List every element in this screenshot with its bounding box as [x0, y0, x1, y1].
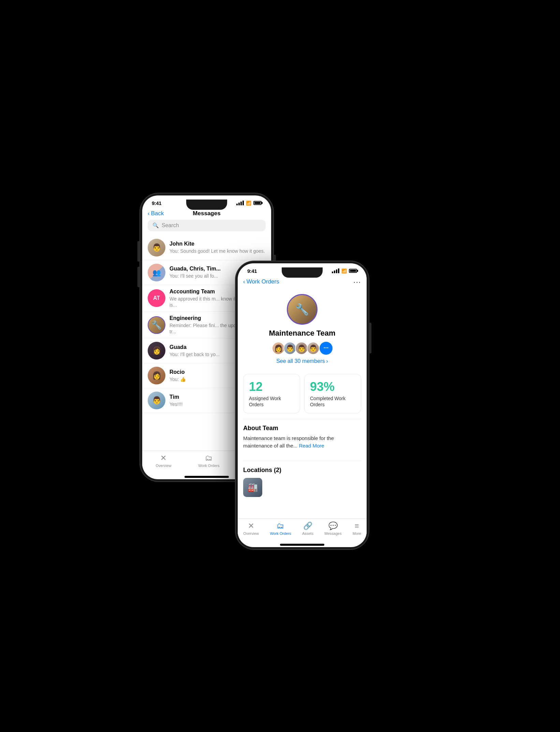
bar-2: [238, 203, 240, 205]
see-all-label: See all 30 members: [276, 358, 325, 364]
power-button-front: [369, 323, 371, 353]
locations-section: Locations (2) 🏭: [238, 461, 367, 497]
back-chevron-icon: ‹: [148, 210, 150, 217]
avatar-group: 👥: [148, 264, 165, 281]
tab-label: Assets: [302, 531, 313, 536]
tab-overview-front[interactable]: ✕ Overview: [243, 522, 259, 536]
member-avatar-3: 👨: [295, 342, 308, 355]
back-label: Work Orders: [247, 278, 279, 285]
scene: 9:41 📶: [140, 183, 420, 549]
status-icons: 📶: [236, 201, 262, 206]
assigned-count: 12: [249, 380, 294, 394]
team-avatar: [287, 294, 318, 325]
team-members-row: 👩 👨 👨 👨 ···: [272, 342, 333, 355]
tab-assets-front[interactable]: 🔗 Assets: [302, 522, 313, 536]
about-text: Maintenance team is responsible for the …: [243, 435, 361, 450]
more-button[interactable]: ···: [353, 278, 361, 286]
tab-label: More: [353, 531, 361, 536]
see-all-members-link[interactable]: See all 30 members ›: [276, 358, 328, 364]
battery-icon-front: [349, 269, 357, 273]
about-section: About Team Maintenance team is responsib…: [238, 419, 367, 455]
status-time-front: 9:41: [247, 268, 257, 274]
wifi-icon-front: 📶: [341, 268, 347, 274]
completed-pct: 93%: [310, 380, 355, 394]
nav-title: Messages: [193, 210, 220, 217]
more-icon-front: ≡: [355, 522, 359, 530]
notch-front: [282, 267, 323, 278]
location-thumbnail: 🏭: [243, 478, 262, 497]
completed-work-orders-card[interactable]: 93% Completed Work Orders: [304, 374, 361, 413]
avatar-accounting-team: AT: [148, 289, 165, 307]
team-name: Maintenance Team: [269, 329, 335, 338]
notch: [186, 200, 227, 210]
message-item[interactable]: 👨 John Kite You: Sounds good! Let me kno…: [142, 235, 271, 260]
location-item[interactable]: 🏭: [243, 478, 361, 497]
search-placeholder: Search: [162, 222, 179, 229]
overview-icon-front: ✕: [248, 522, 254, 530]
assigned-work-orders-card[interactable]: 12 Assigned Work Orders: [243, 374, 300, 413]
avatar-guada: 👩: [148, 342, 165, 360]
tab-messages-front[interactable]: 💬 Messages: [324, 522, 341, 536]
message-content-john: John Kite You: Sounds good! Let me know …: [170, 241, 266, 254]
bar-1: [236, 204, 238, 205]
stats-row: 12 Assigned Work Orders 93% Completed Wo…: [243, 374, 361, 413]
work-orders-icon-front: 🗂: [277, 522, 284, 530]
messages-icon-front: 💬: [328, 522, 338, 530]
tab-more-front[interactable]: ≡ More: [353, 522, 361, 536]
completed-label: Completed Work Orders: [310, 395, 355, 408]
tab-label: Overview: [243, 531, 259, 536]
team-screen: 9:41 📶: [238, 263, 367, 547]
tab-label: Work Orders: [270, 531, 291, 536]
tab-label: Messages: [324, 531, 341, 536]
avatar-john-kite: 👨: [148, 239, 165, 257]
wifi-icon: 📶: [246, 201, 251, 206]
phone-team: 9:41 📶: [236, 261, 369, 549]
battery-icon: [253, 201, 262, 205]
about-title: About Team: [243, 425, 361, 432]
search-icon: 🔍: [152, 222, 159, 229]
tab-label: Work Orders: [198, 464, 219, 468]
member-avatar-2: 👨: [283, 342, 296, 355]
team-hero: Maintenance Team 👩 👨 👨 👨 ··· See all 30 …: [238, 289, 367, 368]
search-bar[interactable]: 🔍 Search: [148, 220, 266, 231]
avatar-rocio: 👩: [148, 367, 165, 384]
vol-up-button: [137, 241, 140, 262]
tab-label: Overview: [156, 464, 172, 468]
overview-icon: ✕: [160, 454, 166, 463]
message-preview: You: Sounds good! Let me know how it goe…: [170, 248, 266, 254]
assets-icon-front: 🔗: [303, 522, 312, 530]
back-label: Back: [151, 210, 164, 217]
home-indicator: [185, 476, 229, 478]
signal-icon-front: [332, 268, 339, 273]
home-indicator-front: [280, 544, 324, 546]
back-chevron-icon: ‹: [243, 278, 245, 285]
assigned-label: Assigned Work Orders: [249, 395, 294, 408]
back-to-work-orders[interactable]: ‹ Work Orders: [243, 278, 279, 285]
tab-work-orders-front[interactable]: 🗂 Work Orders: [270, 522, 291, 536]
contact-name: John Kite: [170, 241, 266, 247]
member-avatar-4: 👨: [307, 342, 320, 355]
status-time: 9:41: [152, 200, 161, 206]
avatar-tim: 👨: [148, 392, 165, 409]
locations-title: Locations (2): [243, 467, 361, 474]
status-icons-front: 📶: [332, 268, 357, 274]
back-button[interactable]: ‹ Back: [148, 210, 164, 217]
work-orders-icon: 🗂: [205, 454, 212, 463]
member-more-button[interactable]: ···: [320, 342, 333, 355]
avatar-engineering: 🔧: [148, 316, 165, 334]
read-more-link[interactable]: Read More: [299, 443, 324, 449]
signal-icon: [236, 201, 244, 205]
tab-bar-front: ✕ Overview 🗂 Work Orders 🔗 Assets 💬 Mess…: [238, 518, 367, 542]
bar-4: [242, 201, 244, 205]
vol-down-button: [137, 267, 140, 287]
tab-work-orders[interactable]: 🗂 Work Orders: [198, 454, 219, 468]
bar-3: [240, 202, 242, 205]
spacer: [238, 497, 367, 518]
tab-overview[interactable]: ✕ Overview: [156, 454, 172, 468]
member-avatar-1: 👩: [272, 342, 285, 355]
see-all-chevron-icon: ›: [326, 358, 328, 364]
